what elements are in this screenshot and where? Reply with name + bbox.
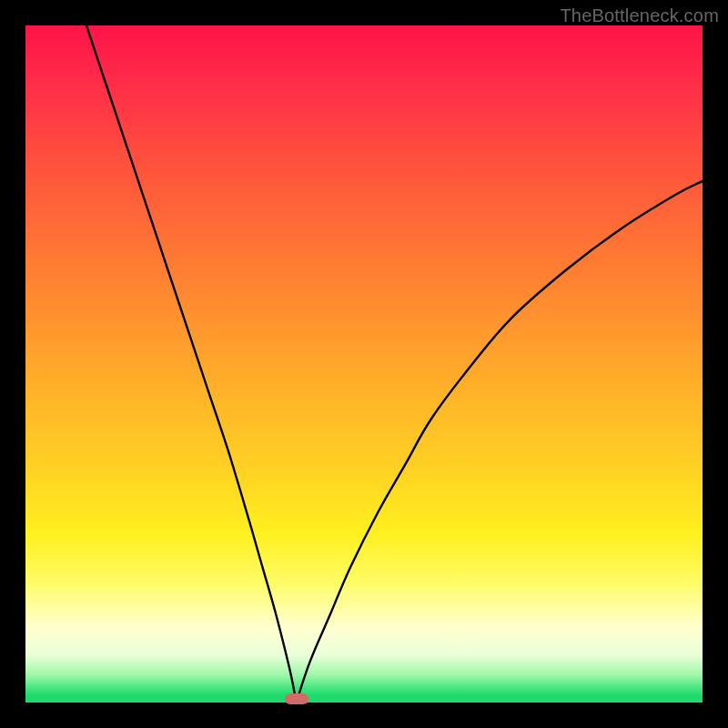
chart-frame: TheBottleneck.com [0,0,728,728]
minimum-marker [285,693,308,704]
watermark-text: TheBottleneck.com [560,5,719,26]
plot-area [25,25,703,703]
curve-right-branch [297,181,703,703]
bottleneck-curve [25,25,703,703]
curve-left-branch [86,25,297,703]
